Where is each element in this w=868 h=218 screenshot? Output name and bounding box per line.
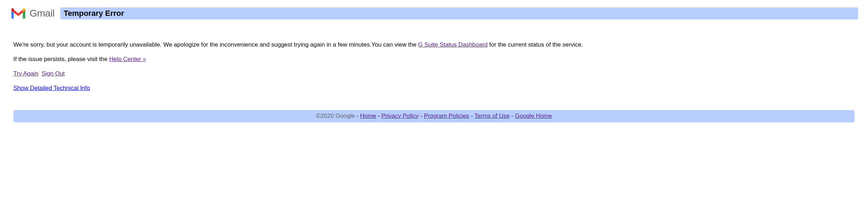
detail-paragraph: Show Detailed Technical Info (13, 84, 855, 92)
footer-sep-2: - (419, 113, 424, 119)
header-row: Gmail Temporary Error (10, 7, 858, 20)
show-detail-link[interactable]: Show Detailed Technical Info (13, 85, 90, 91)
persist-text: If the issue persists, please visit the (13, 56, 109, 62)
status-dashboard-link[interactable]: G Suite Status Dashboard (418, 41, 488, 48)
footer-home-link[interactable]: Home (360, 113, 376, 119)
footer-program-link[interactable]: Program Policies (424, 113, 469, 119)
apology-text-2: for the current status of the service. (488, 41, 583, 48)
error-body: We're sorry, but your account is tempora… (10, 20, 858, 122)
try-again-link[interactable]: Try Again (13, 70, 38, 77)
action-links: Try Again Sign Out (13, 70, 855, 78)
footer-sep-0: - (355, 113, 360, 119)
apology-paragraph: We're sorry, but your account is tempora… (13, 41, 855, 49)
footer-terms-link[interactable]: Terms of Use (474, 113, 510, 119)
sign-out-link[interactable]: Sign Out (42, 70, 65, 77)
footer-sep-3: - (469, 113, 474, 119)
copyright-text: ©2020 Google (316, 113, 355, 119)
gmail-logo: Gmail (10, 7, 55, 20)
error-title-bar: Temporary Error (60, 7, 858, 19)
error-title: Temporary Error (64, 9, 855, 18)
footer-bar: ©2020 Google - Home - Privacy Policy - P… (13, 110, 855, 122)
footer-google-home-link[interactable]: Google Home (515, 113, 552, 119)
footer-sep-4: - (510, 113, 515, 119)
page-container: Gmail Temporary Error We're sorry, but y… (0, 0, 868, 129)
footer-sep-1: - (376, 113, 381, 119)
apology-text-1: We're sorry, but your account is tempora… (13, 41, 418, 48)
gmail-logo-text: Gmail (30, 8, 55, 19)
persist-paragraph: If the issue persists, please visit the … (13, 55, 855, 63)
footer-privacy-link[interactable]: Privacy Policy (382, 113, 419, 119)
gmail-m-icon (10, 7, 27, 20)
help-center-link[interactable]: Help Center » (109, 56, 146, 62)
